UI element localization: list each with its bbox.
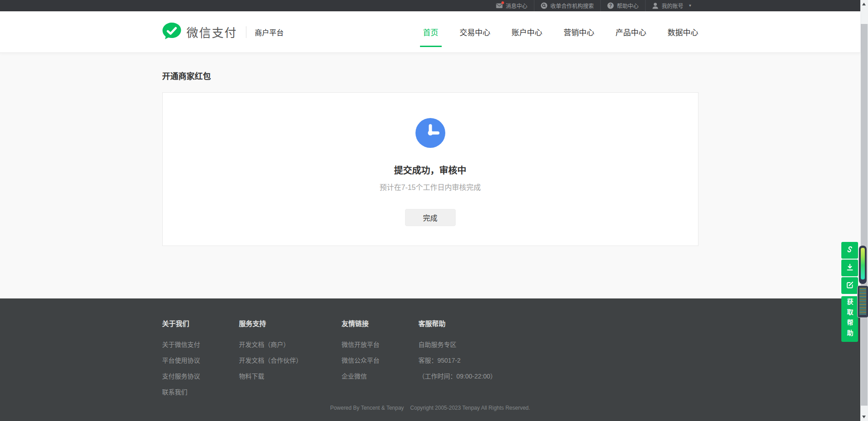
brand-divider (246, 26, 246, 38)
copyright-rights: Copyright 2005-2023 Tenpay All Rights Re… (410, 405, 530, 411)
footer-service-phone: 客服：95017-2 (419, 355, 698, 364)
topbar-item-my-account[interactable]: 我的账号 ▼ (645, 0, 698, 11)
status-subtitle: 预计在7-15个工作日内审核完成 (163, 181, 698, 192)
notification-badge-dot (501, 1, 504, 4)
footer-link[interactable]: 微信公众平台 (342, 355, 419, 364)
edit-icon (845, 280, 854, 291)
nav-item-data-center[interactable]: 数据中心 (668, 24, 698, 39)
scrollbar-down-arrow-icon[interactable] (862, 416, 866, 418)
scrollbar-striped-widget (858, 286, 868, 317)
footer-link[interactable]: 开发文档（商户） (239, 340, 342, 349)
topbar-item-acquirer-search[interactable]: 收单合作机构搜索 (534, 0, 600, 11)
screen: 消息中心 收单合作机构搜索 (0, 0, 868, 421)
page: 消息中心 收单合作机构搜索 (0, 0, 860, 421)
brand-name: 微信支付 (187, 24, 237, 40)
scrollbar-thumb[interactable] (861, 24, 868, 406)
clock-icon (415, 118, 445, 150)
user-icon (652, 2, 659, 9)
help-icon: ? (607, 2, 614, 9)
footer-link[interactable]: 企业微信 (342, 371, 419, 380)
hotline-button[interactable] (841, 242, 858, 259)
footer-column-about: 关于我们 关于微信支付 平台使用协议 支付服务协议 联系我们 (162, 318, 239, 403)
status-title: 提交成功，审核中 (163, 163, 698, 176)
topbar-item-label: 收单合作机构搜索 (551, 2, 594, 9)
topbar-item-label: 帮助中心 (617, 2, 639, 9)
brand[interactable]: 微信支付 商户平台 (162, 22, 284, 42)
scrollbar-gradient-widget (859, 246, 867, 284)
gradient-meter-bar (861, 248, 865, 279)
footer-link[interactable]: 开发文档（合作伙伴） (239, 355, 342, 364)
main-nav: 首页 交易中心 账户中心 营销中心 产品中心 数据中心 (423, 24, 698, 39)
footer-column-customer-help: 客服帮助 自助服务专区 客服：95017-2 （工作时间：09:00-22:00… (419, 318, 698, 403)
main-content: 开通商家红包 提交成功，审核中 预计在7-15个工作日内审核完成 完成 (0, 53, 860, 246)
footer-link[interactable]: 关于微信支付 (162, 340, 239, 349)
footer-service-hours: （工作时间：09:00-22:00） (419, 371, 698, 380)
nav-item-transaction-center[interactable]: 交易中心 (460, 24, 491, 39)
nav-item-marketing-center[interactable]: 营销中心 (564, 24, 594, 39)
footer-link[interactable]: 支付服务协议 (162, 371, 239, 380)
top-utility-bar: 消息中心 收单合作机构搜索 (0, 0, 860, 11)
footer-column-title: 客服帮助 (419, 318, 698, 328)
brand-subtitle: 商户平台 (255, 27, 284, 38)
header-inner: 微信支付 商户平台 首页 交易中心 账户中心 营销中心 产品中心 数据中心 (162, 11, 698, 52)
footer-column-service-support: 服务支持 开发文档（商户） 开发文档（合作伙伴） 物料下载 (239, 318, 342, 403)
scrollbar-up-arrow-icon[interactable] (862, 3, 866, 5)
footer-column-title: 友情链接 (342, 318, 419, 328)
copyright-powered-by: Powered By Tencent & Tenpay (330, 405, 404, 411)
footer: 关于我们 关于微信支付 平台使用协议 支付服务协议 联系我们 服务支持 开发文档… (0, 298, 860, 421)
footer-columns: 关于我们 关于微信支付 平台使用协议 支付服务协议 联系我们 服务支持 开发文档… (162, 318, 698, 403)
get-help-label: 获取帮助 (845, 298, 854, 340)
footer-column-title: 服务支持 (239, 318, 342, 328)
download-button[interactable] (841, 260, 858, 276)
footer-link[interactable]: 平台使用协议 (162, 355, 239, 364)
footer-link[interactable]: 物料下载 (239, 371, 342, 380)
striped-meter (859, 288, 866, 315)
topbar-item-help-center[interactable]: ? 帮助中心 (600, 0, 645, 11)
svg-text:?: ? (609, 3, 612, 8)
done-button[interactable]: 完成 (405, 209, 456, 226)
download-icon (845, 263, 854, 274)
nav-item-account-center[interactable]: 账户中心 (512, 24, 542, 39)
status-card: 提交成功，审核中 预计在7-15个工作日内审核完成 完成 (162, 92, 698, 246)
topbar-item-messages[interactable]: 消息中心 (490, 0, 534, 11)
nav-item-product-center[interactable]: 产品中心 (616, 24, 646, 39)
footer-link[interactable]: 联系我们 (162, 387, 239, 396)
vertical-scrollbar[interactable] (860, 0, 868, 421)
header: 微信支付 商户平台 首页 交易中心 账户中心 营销中心 产品中心 数据中心 (0, 11, 860, 53)
copyright: Powered By Tencent & Tenpay Copyright 20… (0, 405, 860, 411)
chevron-down-icon: ▼ (689, 4, 692, 8)
footer-column-friend-links: 友情链接 微信开放平台 微信公众平台 企业微信 (342, 318, 419, 403)
topbar-item-label: 我的账号 (662, 2, 684, 9)
nav-item-home[interactable]: 首页 (423, 24, 439, 39)
footer-column-title: 关于我们 (162, 318, 239, 328)
footer-link[interactable]: 自助服务专区 (419, 340, 698, 349)
top-utility-bar-inner: 消息中心 收单合作机构搜索 (162, 0, 698, 11)
topbar-item-label: 消息中心 (506, 2, 528, 9)
get-help-button[interactable]: 获取帮助 (841, 296, 858, 342)
wechat-pay-logo-icon (162, 22, 181, 42)
footer-link[interactable]: 微信开放平台 (342, 340, 419, 349)
feedback-button[interactable] (841, 277, 858, 294)
page-title: 开通商家红包 (162, 70, 698, 81)
search-icon (541, 2, 547, 9)
mail-icon (496, 2, 503, 9)
link-icon (845, 245, 854, 256)
